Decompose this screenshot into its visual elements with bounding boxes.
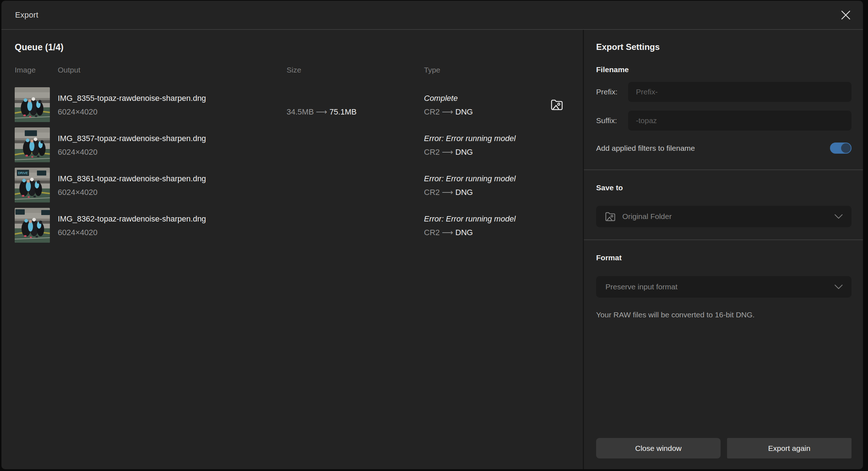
- size-cell: 34.5MB⟶75.1MB: [287, 87, 424, 122]
- queue-row: IMG_8362-topaz-rawdenoise-sharpen.dng 60…: [15, 208, 583, 243]
- suffix-input[interactable]: [628, 111, 852, 131]
- queue-row: IMG_8355-topaz-rawdenoise-sharpen.dng 60…: [15, 87, 583, 122]
- type-cell: Error: Error running model CR2⟶DNG: [424, 208, 583, 243]
- queue-row: DRIVE IMG_8361-topaz-rawdenoise-sharpen.…: [15, 168, 583, 202]
- type-cell: Complete CR2⟶DNG: [424, 87, 583, 122]
- queue-thumbnail: [15, 208, 50, 243]
- output-dimensions: 6024×4020: [58, 105, 287, 119]
- image-folder-icon: [550, 99, 563, 111]
- queue-row: IMG_8357-topaz-rawdenoise-sharpen.dng 60…: [15, 127, 583, 162]
- settings-heading: Export Settings: [596, 42, 852, 52]
- column-header-type: Type: [424, 66, 583, 74]
- output-cell: IMG_8361-topaz-rawdenoise-sharpen.dng 60…: [58, 168, 287, 202]
- queue-rows: IMG_8355-topaz-rawdenoise-sharpen.dng 60…: [15, 87, 583, 243]
- suffix-label: Suffix:: [596, 116, 628, 125]
- format-section-label: Format: [596, 254, 852, 262]
- output-filename: IMG_8362-topaz-rawdenoise-sharpen.dng: [58, 212, 287, 226]
- filters-toggle-switch[interactable]: [830, 143, 852, 154]
- output-cell: IMG_8357-topaz-rawdenoise-sharpen.dng 60…: [58, 127, 287, 162]
- output-cell: IMG_8355-topaz-rawdenoise-sharpen.dng 60…: [58, 87, 287, 122]
- close-button[interactable]: [838, 7, 854, 23]
- prefix-label: Prefix:: [596, 88, 628, 96]
- export-settings-panel: Export Settings Filename Prefix: Suffix:…: [583, 30, 863, 469]
- footer-buttons: Close window Export again: [596, 438, 852, 458]
- prefix-input[interactable]: [628, 82, 852, 102]
- queue-column-headers: Image Output Size Type: [15, 66, 583, 74]
- chevron-down-icon: [834, 284, 843, 289]
- status-text: Error: Error running model: [424, 172, 516, 186]
- size-values: 34.5MB⟶75.1MB: [287, 105, 424, 119]
- type-cell: Error: Error running model CR2⟶DNG: [424, 127, 583, 162]
- export-again-button[interactable]: Export again: [727, 438, 852, 458]
- spacer: [596, 319, 852, 438]
- column-header-output: Output: [58, 66, 287, 74]
- status-text: Error: Error running model: [424, 212, 516, 226]
- prefix-field-row: Prefix:: [596, 82, 852, 102]
- queue-heading: Queue (1/4): [15, 42, 583, 52]
- status-text: Error: Error running model: [424, 132, 516, 145]
- filename-section-label: Filename: [596, 66, 852, 74]
- output-filename: IMG_8357-topaz-rawdenoise-sharpen.dng: [58, 132, 287, 145]
- save-to-value: Original Folder: [622, 212, 834, 221]
- column-header-size: Size: [287, 66, 424, 74]
- export-dialog: Export Queue (1/4) Image Output Size Typ…: [1, 1, 863, 469]
- close-icon: [840, 10, 851, 20]
- output-dimensions: 6024×4020: [58, 226, 287, 239]
- filters-toggle-row: Add applied filters to filename: [596, 143, 852, 154]
- format-select[interactable]: Preserve input format: [596, 276, 852, 298]
- section-divider: [584, 239, 863, 240]
- section-divider: [584, 169, 863, 170]
- conversion-text: CR2⟶DNG: [424, 105, 473, 119]
- conversion-text: CR2⟶DNG: [424, 226, 516, 239]
- column-header-image: Image: [15, 66, 58, 74]
- toggle-knob: [841, 143, 851, 153]
- type-cell: Error: Error running model CR2⟶DNG: [424, 168, 583, 202]
- conversion-text: CR2⟶DNG: [424, 145, 516, 159]
- dialog-title: Export: [15, 10, 38, 20]
- output-dimensions: 6024×4020: [58, 145, 287, 159]
- queue-thumbnail: DRIVE: [15, 168, 50, 202]
- output-dimensions: 6024×4020: [58, 186, 287, 199]
- close-window-button[interactable]: Close window: [596, 438, 721, 458]
- format-note: Your RAW files will be converted to 16-b…: [596, 311, 852, 319]
- image-folder-icon: [605, 211, 616, 221]
- queue-pane: Queue (1/4) Image Output Size Type: [1, 30, 583, 469]
- conversion-text: CR2⟶DNG: [424, 186, 516, 199]
- chevron-down-icon: [834, 214, 843, 219]
- reveal-in-folder-button[interactable]: [549, 98, 564, 112]
- format-value: Preserve input format: [605, 283, 834, 291]
- screen: Export Queue (1/4) Image Output Size Typ…: [0, 0, 868, 471]
- status-text: Complete: [424, 92, 473, 105]
- dialog-titlebar: Export: [1, 1, 863, 30]
- output-cell: IMG_8362-topaz-rawdenoise-sharpen.dng 60…: [58, 208, 287, 243]
- queue-thumbnail: [15, 87, 50, 122]
- suffix-field-row: Suffix:: [596, 111, 852, 131]
- save-to-section-label: Save to: [596, 184, 852, 192]
- output-filename: IMG_8361-topaz-rawdenoise-sharpen.dng: [58, 172, 287, 186]
- queue-thumbnail: [15, 127, 50, 162]
- dialog-body: Queue (1/4) Image Output Size Type: [1, 30, 863, 469]
- save-to-select[interactable]: Original Folder: [596, 206, 852, 227]
- svg-text:DRIVE: DRIVE: [18, 171, 28, 175]
- output-filename: IMG_8355-topaz-rawdenoise-sharpen.dng: [58, 92, 287, 105]
- filters-toggle-label: Add applied filters to filename: [596, 144, 830, 153]
